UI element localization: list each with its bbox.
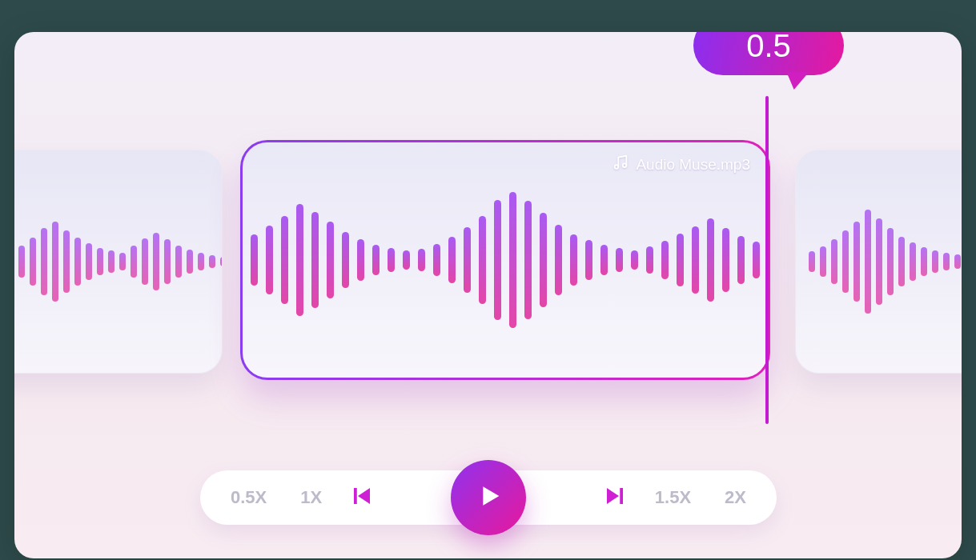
clip-filename-text: Audio Muse.mp3: [636, 156, 750, 174]
speed-indicator-bubble: 0.5: [693, 32, 844, 75]
svg-rect-2: [354, 488, 357, 504]
waveform: [795, 150, 962, 373]
speed-2x-button[interactable]: 2X: [721, 482, 749, 513]
audio-clip-next[interactable]: [795, 150, 962, 374]
speed-indicator-value: 0.5: [746, 32, 791, 64]
svg-point-0: [615, 165, 619, 169]
speed-1-5x-button[interactable]: 1.5X: [652, 482, 694, 513]
svg-point-1: [623, 163, 627, 167]
skip-next-icon: [603, 484, 627, 511]
previous-track-button[interactable]: [346, 482, 378, 514]
playhead-line[interactable]: [765, 96, 769, 424]
svg-rect-3: [620, 488, 623, 504]
waveform: [240, 142, 770, 378]
speed-1x-button[interactable]: 1X: [297, 482, 325, 513]
skip-previous-icon: [350, 484, 374, 511]
clip-filename-label: Audio Muse.mp3: [612, 154, 750, 175]
clips-row: Audio Muse.mp3: [14, 140, 962, 384]
music-note-icon: [612, 154, 629, 175]
waveform: [14, 150, 223, 373]
play-icon: [472, 480, 504, 515]
audio-clip-prev[interactable]: [14, 150, 223, 374]
audio-clip-current[interactable]: Audio Muse.mp3: [240, 140, 770, 380]
next-track-button[interactable]: [599, 482, 631, 514]
audio-editor-card: 0.5 Audio Muse.mp3: [14, 32, 962, 558]
play-button[interactable]: [451, 460, 526, 535]
playback-control-bar: 0.5X 1X: [200, 470, 777, 525]
speed-0-5x-button[interactable]: 0.5X: [227, 482, 270, 513]
